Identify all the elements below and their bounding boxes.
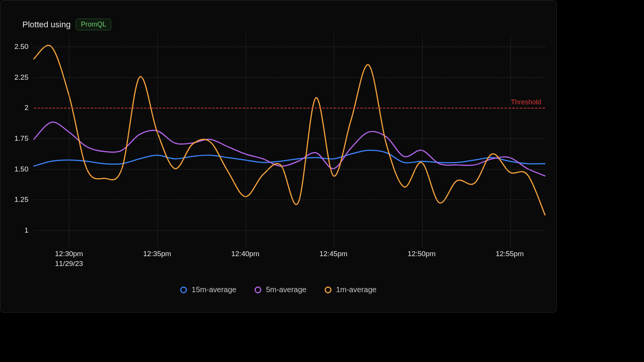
grid-line-horizontal bbox=[34, 139, 545, 139]
y-tick-label: 1 bbox=[24, 226, 28, 235]
grid-line-horizontal bbox=[34, 47, 545, 47]
x-tick-date: 11/29/23 bbox=[55, 260, 83, 268]
chart-panel: Plotted using PromQL 11.251.501.7522.252… bbox=[0, 0, 557, 313]
grid-line-horizontal bbox=[34, 200, 545, 200]
legend-item-5m-average[interactable]: 5m-average bbox=[254, 285, 306, 294]
y-tick-label: 1.50 bbox=[14, 165, 28, 173]
chart-lines bbox=[34, 35, 545, 248]
y-tick-label: 2 bbox=[24, 104, 28, 112]
x-axis: 12:30pm11/29/2312:35pm12:40pm12:45pm12:5… bbox=[34, 250, 545, 269]
grid-line-horizontal bbox=[34, 77, 545, 78]
legend-swatch-icon bbox=[254, 286, 261, 293]
header-prefix: Plotted using bbox=[22, 20, 71, 30]
grid-line-vertical bbox=[69, 35, 69, 248]
grid-line-horizontal bbox=[34, 230, 545, 231]
chart-legend: 15m-average5m-average1m-average bbox=[0, 285, 556, 294]
chart-header: Plotted using PromQL bbox=[22, 19, 111, 30]
series-line-1m-average[interactable] bbox=[34, 46, 545, 215]
y-tick-label: 1.75 bbox=[14, 134, 28, 143]
grid-line-vertical bbox=[157, 35, 158, 248]
grid-line-vertical bbox=[246, 35, 246, 248]
chart-area: 11.251.501.7522.252.50 Threshold bbox=[8, 35, 549, 248]
series-line-5m-average[interactable] bbox=[34, 122, 545, 176]
legend-item-15m-average[interactable]: 15m-average bbox=[180, 285, 236, 294]
legend-swatch-icon bbox=[325, 286, 331, 293]
grid-line-vertical bbox=[334, 35, 334, 248]
y-tick-label: 2.50 bbox=[14, 42, 28, 51]
x-tick-label: 12:45pm bbox=[319, 250, 347, 258]
x-tick-label: 12:35pm bbox=[143, 250, 171, 258]
legend-item-1m-average[interactable]: 1m-average bbox=[325, 285, 377, 294]
threshold-line bbox=[34, 108, 545, 109]
legend-label: 15m-average bbox=[192, 285, 236, 294]
plot-region[interactable]: Threshold bbox=[34, 35, 545, 248]
legend-label: 5m-average bbox=[266, 285, 306, 294]
x-tick-label: 12:55pm bbox=[496, 250, 524, 258]
y-tick-label: 1.25 bbox=[14, 195, 28, 204]
grid-line-vertical bbox=[510, 35, 511, 248]
x-tick-label: 12:40pm bbox=[231, 250, 259, 258]
legend-label: 1m-average bbox=[336, 285, 377, 294]
y-tick-label: 2.25 bbox=[14, 73, 28, 82]
legend-swatch-icon bbox=[180, 286, 187, 293]
y-axis: 11.251.501.7522.252.50 bbox=[8, 35, 31, 248]
threshold-label: Threshold bbox=[511, 98, 541, 106]
x-tick-label: 12:50pm bbox=[408, 250, 436, 258]
grid-line-vertical bbox=[422, 35, 423, 248]
grid-line-horizontal bbox=[34, 169, 545, 170]
x-tick-label: 12:30pm11/29/23 bbox=[55, 250, 83, 268]
query-language-badge[interactable]: PromQL bbox=[76, 19, 111, 30]
